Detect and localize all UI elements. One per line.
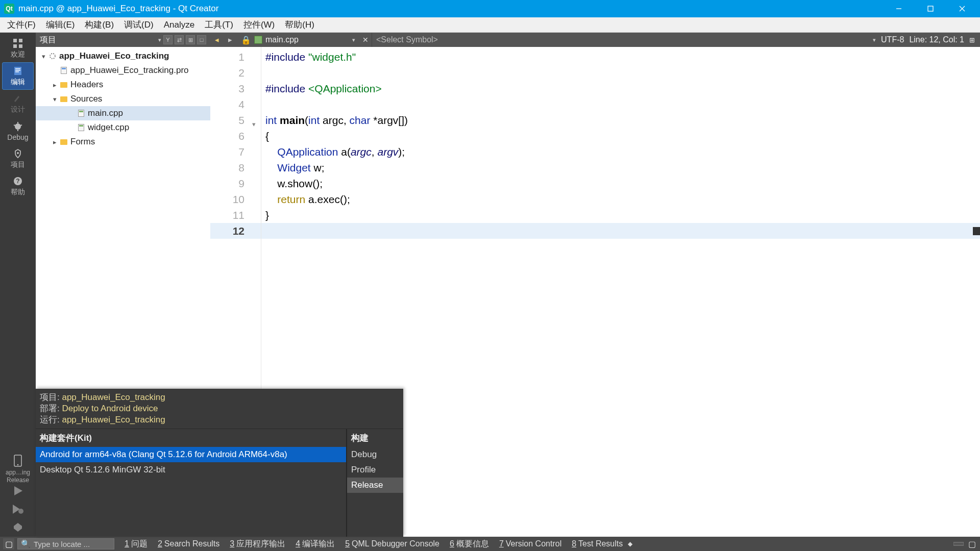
code-line[interactable]: }	[261, 207, 980, 223]
mode-欢迎[interactable]: 欢迎	[2, 35, 34, 62]
mode-项目[interactable]: 项目	[2, 145, 34, 172]
window-close-button[interactable]	[946, 0, 978, 17]
output-dropdown-icon[interactable]: ◆	[628, 540, 632, 547]
mode-Debug[interactable]: Debug	[2, 117, 34, 145]
code-line[interactable]: QApplication a(argc, argv);	[261, 144, 980, 160]
svg-rect-7	[19, 44, 22, 48]
tree-row[interactable]: ▾app_Huawei_Eco_tracking	[36, 49, 210, 63]
tree-row[interactable]: ▸Headers	[36, 78, 210, 92]
code-line[interactable]	[261, 96, 980, 112]
link-icon[interactable]: ⇄	[175, 35, 184, 44]
tree-row[interactable]: widget.cpp	[36, 120, 210, 135]
window-minimize-button[interactable]	[883, 0, 915, 17]
menu-item[interactable]: 构建(B)	[80, 17, 119, 33]
project-panel-title: 项目	[40, 35, 56, 45]
add-icon[interactable]: □	[197, 35, 206, 44]
chevron-icon[interactable]: ▾	[50, 95, 59, 103]
tree-item-label: widget.cpp	[88, 122, 129, 133]
line-number: 11	[210, 207, 261, 223]
close-file-button[interactable]: ✕	[359, 36, 372, 44]
panel-dropdown-icon[interactable]: ▾	[158, 37, 161, 43]
code-line[interactable]: {	[261, 128, 980, 144]
mode-label: 编辑	[11, 78, 25, 87]
mode-设计[interactable]: 设计	[2, 90, 34, 117]
kit-item[interactable]: Desktop Qt 5.12.6 MinGW 32-bit	[36, 462, 346, 478]
build-item[interactable]: Debug	[347, 447, 403, 462]
output-pane-button[interactable]: 1问题	[125, 539, 148, 549]
symbol-selector[interactable]: <Select Symbol>	[372, 33, 780, 47]
code-line[interactable]: return a.exec();	[261, 191, 980, 207]
target-selector[interactable]: app…ing Release	[2, 456, 34, 482]
menu-item[interactable]: 控件(W)	[238, 17, 280, 33]
lock-icon: 🔒	[241, 35, 251, 45]
encoding-label[interactable]: UTF-8	[881, 35, 904, 44]
menu-item[interactable]: 文件(F)	[2, 17, 41, 33]
output-pane-button[interactable]: 5QML Debugger Console	[345, 539, 439, 548]
mode-icon	[12, 148, 23, 159]
svg-text:?: ?	[16, 178, 19, 185]
chevron-icon[interactable]: ▸	[50, 81, 59, 89]
code-line[interactable]: #include <QApplication>	[261, 81, 980, 96]
code-line[interactable]: #include "widget.h"	[261, 49, 980, 65]
kit-item[interactable]: Android for arm64-v8a (Clang Qt 5.12.6 f…	[36, 447, 346, 462]
code-line[interactable]: w.show();	[261, 176, 980, 191]
build-list-column: 构建 DebugProfileRelease	[347, 429, 403, 537]
output-pane-button[interactable]: 6概要信息	[450, 539, 489, 549]
tree-row[interactable]: ▾Sources	[36, 92, 210, 106]
mode-帮助[interactable]: ?帮助	[2, 172, 34, 200]
run-debug-button[interactable]	[9, 500, 27, 518]
file-dropdown-icon[interactable]: ▾	[352, 37, 355, 43]
chevron-icon[interactable]: ▸	[50, 138, 59, 146]
menu-item[interactable]: 工具(T)	[200, 17, 238, 33]
output-pane-button[interactable]: 4编译输出	[296, 539, 335, 549]
tree-item-icon	[59, 137, 68, 146]
code-line[interactable]	[261, 223, 980, 239]
code-line[interactable]: Widget w;	[261, 160, 980, 176]
svg-rect-6	[13, 44, 17, 48]
locator-input[interactable]: 🔍 Type to locate ...	[17, 538, 114, 549]
split-editor-icon[interactable]: ⊞	[969, 36, 975, 44]
mode-label: 设计	[11, 105, 25, 114]
build-button[interactable]	[9, 518, 27, 537]
encoding-dropdown-icon[interactable]: ▾	[873, 37, 876, 43]
tree-row[interactable]: main.cpp	[36, 106, 210, 120]
scrollbar-marker	[973, 227, 980, 235]
tree-item-icon	[77, 109, 86, 118]
output-pane-button[interactable]: 2Search Results	[158, 539, 219, 548]
output-pane-button[interactable]: 3应用程序输出	[230, 539, 285, 549]
nav-forward-button[interactable]: ▸	[224, 35, 237, 44]
tree-item-label: main.cpp	[88, 108, 123, 118]
menu-item[interactable]: 调试(D)	[119, 17, 159, 33]
menu-item[interactable]: Analyze	[159, 18, 200, 32]
code-line[interactable]	[261, 65, 980, 81]
filter-icon[interactable]: Y	[163, 35, 173, 44]
menu-item[interactable]: 编辑(E)	[41, 17, 80, 33]
run-button[interactable]	[9, 482, 27, 500]
mode-编辑[interactable]: 编辑	[2, 62, 34, 90]
open-file-selector[interactable]: 🔒 main.cpp ▾	[237, 33, 359, 47]
chevron-icon[interactable]: ▾	[39, 53, 48, 60]
open-file-name: main.cpp	[265, 35, 299, 44]
output-pane-button[interactable]: 8Test Results	[572, 539, 623, 548]
cursor-position[interactable]: Line: 12, Col: 1	[909, 35, 964, 44]
build-item[interactable]: Profile	[347, 462, 403, 478]
window-title: main.cpp @ app_Huawei_Eco_tracking - Qt …	[18, 4, 218, 14]
svg-rect-26	[953, 542, 964, 545]
progress-indicator-icon[interactable]	[953, 540, 964, 547]
build-item[interactable]: Release	[347, 478, 403, 493]
toggle-right-sidebar-icon[interactable]: ▢	[967, 540, 977, 547]
svg-rect-1	[928, 6, 933, 11]
line-number: 8	[210, 160, 261, 176]
output-pane-button[interactable]: 7Version Control	[499, 539, 561, 548]
toggle-sidebar-icon[interactable]: ▢	[3, 538, 14, 549]
menu-item[interactable]: 帮助(H)	[280, 17, 320, 33]
nav-back-button[interactable]: ◂	[210, 35, 224, 44]
window-maximize-button[interactable]	[915, 0, 946, 17]
tree-row[interactable]: ▸Forms	[36, 135, 210, 149]
tree-row[interactable]: app_Huawei_Eco_tracking.pro	[36, 63, 210, 78]
svg-rect-10	[15, 70, 20, 71]
line-number: 9	[210, 176, 261, 191]
split-icon[interactable]: ⊞	[186, 35, 195, 44]
app-icon: Qt	[4, 4, 14, 14]
code-line[interactable]: int main(int argc, char *argv[])	[261, 112, 980, 128]
